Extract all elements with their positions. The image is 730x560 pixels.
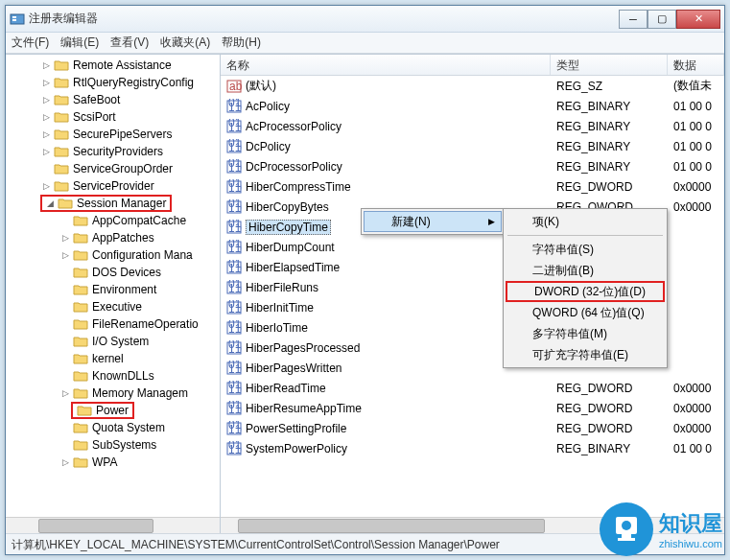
menu-item-binary[interactable]: 二进制值(B) — [506, 260, 665, 281]
window-title: 注册表编辑器 — [29, 11, 619, 27]
binary-value-icon: 011110 — [226, 260, 242, 275]
value-name: HiberCompressTime — [246, 180, 351, 194]
menu-view[interactable]: 查看(V) — [110, 35, 149, 51]
tree-expander-icon[interactable]: ▷ — [40, 60, 52, 70]
tree-expander-icon[interactable]: ▷ — [40, 78, 52, 87]
tree-item-label: RtlQueryRegistryConfig — [71, 76, 196, 89]
binary-value-icon: 011110 — [226, 159, 242, 175]
col-header-name[interactable]: 名称 — [221, 55, 551, 75]
svg-text:110: 110 — [228, 443, 242, 456]
tree-expander-icon[interactable]: ◢ — [44, 198, 56, 208]
menu-item-expandstring[interactable]: 可扩充字符串值(E) — [506, 344, 665, 365]
tree-item[interactable]: DOS Devices — [6, 264, 220, 281]
menu-item-string[interactable]: 字符串值(S) — [506, 239, 665, 260]
tree-item[interactable]: Executive — [6, 298, 220, 315]
tree-item[interactable]: ▷SafeBoot — [6, 91, 220, 108]
tree-hscrollbar[interactable] — [6, 517, 220, 533]
col-header-type[interactable]: 类型 — [551, 55, 668, 75]
list-row[interactable]: 011110PowerSettingProfileREG_DWORD0x0000 — [221, 418, 724, 438]
tree-item[interactable]: kernel — [6, 350, 220, 367]
list-row[interactable]: 011110SystemPowerPolicyREG_BINARY01 00 0 — [221, 438, 724, 458]
menu-item-multistring[interactable]: 多字符串值(M) — [506, 323, 665, 344]
folder-icon — [73, 386, 88, 400]
menu-item-qword[interactable]: QWORD (64 位)值(Q) — [506, 302, 665, 323]
value-name: AcPolicy — [246, 100, 290, 113]
binary-value-icon: 011110 — [226, 320, 242, 336]
menu-edit[interactable]: 编辑(E) — [60, 35, 99, 51]
registry-tree[interactable]: ▷Remote Assistance▷RtlQueryRegistryConfi… — [6, 55, 220, 517]
tree-item[interactable]: Power — [6, 402, 220, 419]
tree-item-label: Executive — [90, 300, 144, 314]
svg-text:110: 110 — [228, 101, 242, 114]
tree-item[interactable]: ▷RtlQueryRegistryConfig — [6, 74, 220, 91]
titlebar[interactable]: 注册表编辑器 ─ ▢ ✕ — [6, 6, 724, 33]
svg-text:110: 110 — [228, 201, 242, 215]
tree-item[interactable]: ▷AppPatches — [6, 229, 220, 246]
tree-item[interactable]: KnownDLLs — [6, 367, 220, 385]
list-row[interactable]: 011110DcPolicyREG_BINARY01 00 0 — [221, 136, 724, 156]
tree-expander-icon[interactable]: ▷ — [59, 457, 71, 467]
tree-expander-icon[interactable]: ▷ — [40, 181, 52, 191]
svg-text:110: 110 — [228, 342, 242, 356]
watermark-text: 知识屋 zhishiwu.com — [659, 509, 722, 549]
tree-item[interactable]: ▷SecurityProviders — [6, 143, 220, 160]
menu-item-dword[interactable]: DWORD (32-位)值(D) — [506, 281, 665, 302]
col-header-data[interactable]: 数据 — [668, 55, 724, 75]
maximize-button[interactable]: ▢ — [648, 10, 676, 29]
list-row[interactable]: 011110HiberResumeAppTimeREG_DWORD0x0000 — [221, 398, 724, 418]
value-type: REG_DWORD — [551, 422, 668, 435]
tree-item[interactable]: ◢Session Manager — [6, 195, 220, 212]
minimize-button[interactable]: ─ — [619, 10, 648, 29]
menu-favorites[interactable]: 收藏夹(A) — [160, 35, 210, 51]
svg-text:ab: ab — [229, 80, 242, 93]
tree-expander-icon[interactable]: ▷ — [40, 129, 52, 139]
value-name: HiberDumpCount — [246, 241, 335, 254]
tree-item[interactable]: ▷Memory Managem — [6, 385, 220, 402]
tree-item[interactable]: FileRenameOperatio — [6, 315, 220, 333]
tree-item[interactable]: SubSystems — [6, 436, 220, 454]
value-name: PowerSettingProfile — [246, 422, 346, 435]
svg-rect-60 — [622, 534, 631, 538]
folder-icon — [54, 76, 69, 89]
list-row[interactable]: 011110DcProcessorPolicyREG_BINARY01 00 0 — [221, 156, 724, 176]
tree-item[interactable]: ▷Remote Assistance — [6, 57, 220, 74]
tree-expander-icon[interactable]: ▷ — [59, 250, 71, 260]
list-row[interactable]: 011110HiberReadTimeREG_DWORD0x0000 — [221, 378, 724, 398]
list-row[interactable]: 011110AcProcessorPolicyREG_BINARY01 00 0 — [221, 116, 724, 136]
tree-item-label: Memory Managem — [90, 386, 190, 400]
tree-item[interactable]: ▷Configuration Mana — [6, 246, 220, 264]
list-row[interactable]: 011110AcPolicyREG_BINARY01 00 0 — [221, 96, 724, 116]
close-button[interactable]: ✕ — [676, 10, 720, 29]
watermark-logo-icon — [600, 502, 653, 556]
tree-expander-icon[interactable]: ▷ — [40, 95, 52, 105]
tree-item[interactable]: I/O System — [6, 333, 220, 350]
tree-item[interactable]: ▷ScsiPort — [6, 108, 220, 126]
svg-rect-2 — [12, 19, 16, 21]
binary-value-icon: 011110 — [226, 361, 242, 376]
menu-item-new[interactable]: 新建(N) ▶ — [364, 211, 502, 232]
list-row[interactable]: ab(默认)REG_SZ(数值未 — [221, 76, 724, 96]
watermark-url: zhishiwu.com — [659, 538, 722, 549]
tree-expander-icon[interactable]: ▷ — [40, 112, 52, 122]
tree-expander-icon[interactable]: ▷ — [40, 147, 52, 156]
list-row[interactable]: 011110HiberCompressTimeREG_DWORD0x0000 — [221, 176, 724, 197]
folder-icon — [58, 197, 73, 210]
binary-value-icon: 011110 — [226, 280, 242, 295]
value-type: REG_BINARY — [551, 442, 668, 455]
tree-item[interactable]: ServiceGroupOrder — [6, 160, 220, 177]
tree-item[interactable]: AppCompatCache — [6, 212, 220, 229]
tree-item[interactable]: ▷ServiceProvider — [6, 177, 220, 195]
tree-item[interactable]: Environment — [6, 281, 220, 298]
tree-expander-icon[interactable]: ▷ — [59, 233, 71, 243]
tree-item-label: FileRenameOperatio — [90, 317, 200, 331]
menu-file[interactable]: 文件(F) — [12, 35, 49, 51]
tree-item-label: SecurityProviders — [71, 145, 165, 158]
svg-text:110: 110 — [228, 262, 242, 275]
tree-item[interactable]: ▷WPA — [6, 454, 220, 471]
tree-item[interactable]: ▷SecurePipeServers — [6, 126, 220, 143]
menu-help[interactable]: 帮助(H) — [222, 35, 261, 51]
tree-expander-icon[interactable]: ▷ — [59, 388, 71, 398]
svg-text:110: 110 — [228, 322, 242, 336]
tree-item[interactable]: Quota System — [6, 419, 220, 436]
menu-item-key[interactable]: 项(K) — [506, 211, 665, 232]
